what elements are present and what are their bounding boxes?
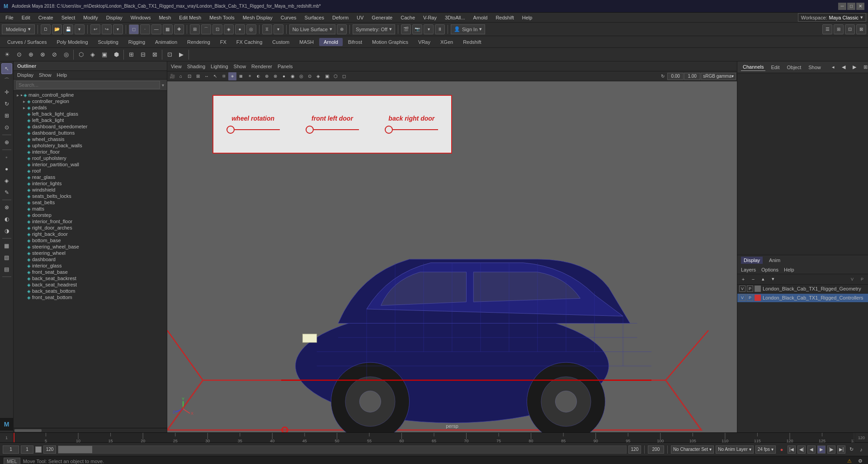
tree-item-controller-region[interactable]: ▸ ◈ controller_region [14, 98, 167, 104]
bevel-btn[interactable]: ▤ [1, 264, 12, 275]
tab-animation[interactable]: Animation [151, 38, 182, 46]
outliner-tree[interactable]: ▸ ▸ ◈ main_controll_spline ▸ ◈ controlle… [14, 91, 167, 428]
tree-item-back-seat-headrest[interactable]: ◈ back_seat_headrest [14, 281, 167, 288]
timeline-ruler[interactable]: 1 51015202530354045505560657075808590951… [0, 432, 868, 442]
transport-start-frame[interactable] [21, 445, 33, 454]
menu-create[interactable]: Create [35, 14, 57, 21]
fps-dropdown[interactable]: 24 fps ▾ [755, 445, 776, 454]
menu-mesh-display[interactable]: Mesh Display [239, 14, 276, 21]
tree-item-front-seat-bottom[interactable]: ◈ front_seat_bottom [14, 294, 167, 300]
play-fwd-btn[interactable]: ▶ [817, 445, 826, 454]
ch-arrow-left2[interactable]: ◀ [840, 63, 847, 71]
vp-gamma-input-2[interactable] [684, 73, 700, 80]
tab-rendering[interactable]: Rendering [183, 38, 215, 46]
da-delete-layer-btn[interactable]: − [749, 275, 757, 283]
outliner-help-menu[interactable]: Help [55, 72, 69, 78]
new-file-btn[interactable]: 🗋 [41, 24, 51, 34]
vp-fit-btn[interactable]: ⊡ [185, 72, 193, 80]
tb-rt-4[interactable]: ⊠ [856, 24, 866, 34]
tree-item-matts[interactable]: ◈ matts [14, 206, 167, 212]
tree-item-main-spline[interactable]: ▸ ▸ ◈ main_controll_spline [14, 92, 167, 98]
menu-select[interactable]: Select [58, 14, 79, 21]
create-sphere-btn[interactable]: ◈ [87, 49, 98, 60]
vp-gate-btn[interactable]: ⬡ [331, 72, 340, 80]
render-icon-btn[interactable]: ▶ [176, 49, 187, 60]
select-all-btn[interactable]: ☀ [2, 49, 13, 60]
select-face-btn[interactable]: ▦ [163, 24, 173, 34]
vp-render-7[interactable]: ◈ [314, 72, 322, 80]
tab-sculpting[interactable]: Sculpting [94, 38, 123, 46]
menu-windows[interactable]: Windows [127, 14, 155, 21]
cam-btn[interactable]: ⊡ [164, 49, 175, 60]
menu-vray[interactable]: V-Ray [420, 14, 440, 21]
tree-item-interior-floor[interactable]: ◈ interior_floor [14, 149, 167, 155]
history-opts-btn[interactable]: ▾ [274, 24, 283, 34]
sound-btn[interactable]: ♪ [857, 445, 865, 454]
da-new-layer-btn[interactable]: + [739, 275, 747, 283]
menu-modify[interactable]: Modify [80, 14, 101, 21]
mode-selector[interactable]: Modeling ▾ [2, 24, 35, 34]
render-btn[interactable]: 🎬 [401, 24, 411, 34]
outliner-h-scrollbar[interactable] [14, 428, 167, 432]
select-obj-btn[interactable]: ◻ [129, 24, 139, 34]
tree-item-roof-upholstery[interactable]: ◈ roof_upholstery [14, 155, 167, 161]
ch-tab-show[interactable]: Show [807, 64, 823, 71]
transport-current-frame[interactable] [3, 445, 19, 454]
snap-live-btn[interactable]: ● [235, 24, 245, 34]
tree-item-wheel-chassis[interactable]: ◈ wheel_chassis [14, 136, 167, 142]
tab-poly-modeling[interactable]: Poly Modeling [52, 38, 92, 46]
tree-item-windshield[interactable]: ◈ windshield [14, 187, 167, 193]
menu-display[interactable]: Display [103, 14, 126, 21]
menu-mesh[interactable]: Mesh [155, 14, 175, 21]
timeline-ruler-area[interactable]: 5101520253035404550556065707580859095100… [14, 433, 854, 442]
ch-tab-edit[interactable]: Edit [769, 64, 781, 71]
vp-render-6[interactable]: ⊙ [306, 72, 314, 80]
sign-in-btn[interactable]: 👤 Sign In ▾ [451, 24, 485, 34]
snap-grid-btn[interactable]: ⊞ [190, 24, 200, 34]
paint-skin-btn[interactable]: ◑ [1, 225, 12, 236]
snap-surface-btn[interactable]: ◈ [224, 24, 234, 34]
menu-cache[interactable]: Cache [397, 14, 419, 21]
tree-item-interior-lights[interactable]: ◈ interior_lights [14, 180, 167, 187]
history-btn[interactable]: ⧖ [262, 24, 272, 34]
outliner-show-menu[interactable]: Show [37, 72, 53, 78]
save-file-btn[interactable]: 💾 [63, 24, 73, 34]
vp-menu-renderer[interactable]: Renderer [250, 63, 274, 70]
vp-light-mode[interactable]: ☀ [245, 72, 254, 80]
select-vert-btn[interactable]: · [140, 24, 150, 34]
tree-item-dashboard[interactable]: ◈ dashboard [14, 256, 167, 262]
live-surface-opts-btn[interactable]: ⊕ [337, 24, 347, 34]
tree-item-seat-belts[interactable]: ◈ seat_belts [14, 199, 167, 206]
create-poly-btn[interactable]: ⬡ [75, 49, 86, 60]
da-tab-anim[interactable]: Anim [766, 257, 783, 264]
ipr-btn[interactable]: 📷 [412, 24, 422, 34]
render-opts-btn[interactable]: ▾ [424, 24, 434, 34]
layer-item-controllers[interactable]: V P London_Black_Cab_TX1_Rigged_Controll… [737, 294, 868, 303]
last-tool-btn[interactable]: ⊙ [1, 122, 12, 133]
vp-cam-btn[interactable]: 🎥 [168, 72, 176, 80]
menu-edit[interactable]: Edit [18, 14, 34, 21]
transport-anim-end[interactable] [43, 445, 56, 454]
snap-curve-btn[interactable]: ⌒ [201, 24, 211, 34]
tab-fx[interactable]: FX [216, 38, 231, 46]
vp-sync-btn[interactable]: ↔ [203, 72, 211, 80]
menu-mesh-tools[interactable]: Mesh Tools [206, 14, 238, 21]
da-arrow-down-btn[interactable]: ▾ [769, 275, 777, 283]
vp-select-btn[interactable]: ↖ [211, 72, 219, 80]
no-anim-layer-dropdown[interactable]: No Anim Layer ▾ [716, 445, 754, 454]
live-surface-dropdown[interactable]: No Live Surface ▾ [289, 24, 335, 34]
undo-btn[interactable]: ↩ [90, 24, 100, 34]
layer-item-geometry[interactable]: V P London_Black_Cab_TX1_Rigged_Geometry [737, 285, 868, 294]
edgering-btn[interactable]: ⊟ [137, 49, 148, 60]
tab-vray[interactable]: VRay [414, 38, 435, 46]
vp-menu-view[interactable]: View [169, 63, 184, 70]
tree-item-interior-glass[interactable]: ◈ interior_glass [14, 262, 167, 269]
create-cyl-btn[interactable]: ⬢ [111, 49, 122, 60]
vp-menu-panels[interactable]: Panels [276, 63, 295, 70]
layer-vp-v[interactable]: V [739, 286, 745, 292]
lasso-btn[interactable]: ⊙ [14, 49, 24, 60]
da-options-menu[interactable]: Options [760, 267, 780, 273]
tree-item-right-back-door[interactable]: ◈ right_back_door [14, 231, 167, 237]
no-character-dropdown[interactable]: No Character Set ▾ [671, 445, 714, 454]
layer-vp-v2[interactable]: V [739, 295, 745, 301]
